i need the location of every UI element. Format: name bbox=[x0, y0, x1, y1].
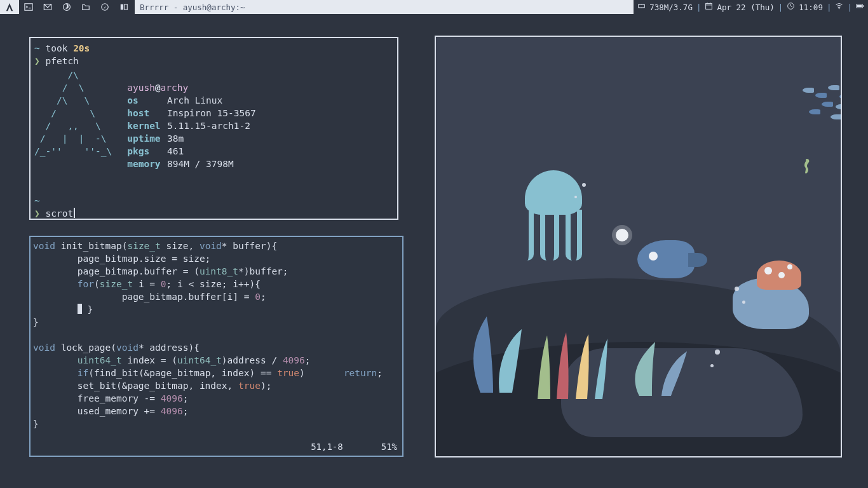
pfetch-key-kernel: kernel bbox=[127, 119, 161, 132]
prompt-caret-icon: ❯ bbox=[34, 56, 40, 66]
pfetch-output: /\ / \ /\ \ / \ / ,, \ / | | -\ /_-'' ''… bbox=[34, 69, 393, 183]
terminal-launcher-icon[interactable] bbox=[19, 0, 38, 14]
memory-text: 738M/3.7G bbox=[649, 3, 693, 12]
coral-icon bbox=[627, 339, 690, 396]
pfetch-val-pkgs: 461 bbox=[167, 146, 184, 156]
svg-point-9 bbox=[839, 8, 840, 10]
pfetch-key-host: host bbox=[127, 107, 161, 119]
pfetch-val-memory: 894M / 3798M bbox=[167, 159, 234, 169]
editor-cursor-icon bbox=[78, 304, 82, 314]
arch-logo-icon[interactable] bbox=[0, 0, 19, 14]
pfetch-key-memory: memory bbox=[127, 158, 161, 170]
pfetch-ascii-logo: /\ / \ /\ \ / \ / ,, \ / | | -\ /_-'' ''… bbox=[34, 69, 112, 183]
text-cursor-icon bbox=[74, 208, 75, 218]
editor-status-line: 51,1-8 51% bbox=[36, 440, 397, 453]
svg-rect-11 bbox=[857, 5, 862, 7]
date-widget[interactable]: Apr 22 (Thu) bbox=[705, 2, 774, 12]
pfetch-user: ayush bbox=[127, 83, 155, 93]
pfetch-val-uptime: 38m bbox=[167, 133, 184, 144]
pfetch-key-uptime: uptime bbox=[127, 132, 161, 145]
pfetch-key-pkgs: pkgs bbox=[127, 145, 161, 158]
seahorse-icon bbox=[803, 158, 811, 179]
battery-icon bbox=[856, 2, 864, 12]
mail-launcher-icon[interactable] bbox=[38, 0, 57, 14]
workspace-indicator-icon[interactable] bbox=[114, 0, 133, 14]
editor-cursor-position: 51,1-8 bbox=[311, 440, 343, 453]
battery-widget[interactable] bbox=[856, 2, 864, 12]
bar-right: 738M/3.7G | Apr 22 (Thu) | 11:09 | | bbox=[634, 2, 868, 12]
coral-icon bbox=[531, 329, 620, 399]
code-editor-window[interactable]: void init_bitmap(size_t size, void* buff… bbox=[29, 236, 403, 457]
command-pfetch: pfetch bbox=[45, 56, 78, 66]
editor-scroll-percent: 51% bbox=[381, 440, 397, 453]
prompt-path-2: ~ bbox=[34, 194, 393, 207]
clock-icon bbox=[787, 2, 795, 12]
command-line-2: ❯ scrot bbox=[34, 207, 393, 220]
prompt-caret-icon: ❯ bbox=[34, 208, 40, 219]
bar-separator: | bbox=[843, 3, 856, 12]
compass-launcher-icon[interactable] bbox=[95, 0, 114, 14]
coral-icon bbox=[461, 297, 538, 393]
window-title-text: Brrrrr - ayush@archy:~ bbox=[140, 3, 245, 12]
anglerfish-icon bbox=[637, 240, 695, 278]
firefox-launcher-icon[interactable] bbox=[57, 0, 76, 14]
command-line-1: ❯ pfetch bbox=[34, 55, 393, 67]
files-launcher-icon[interactable] bbox=[76, 0, 95, 14]
svg-rect-6 bbox=[639, 4, 645, 8]
pfetch-val-os: Arch Linux bbox=[167, 95, 222, 105]
window-title: Brrrrr - ayush@archy:~ bbox=[135, 0, 634, 14]
bar-left bbox=[0, 0, 133, 14]
code-body: void init_bitmap(size_t size, void* buff… bbox=[33, 240, 400, 430]
svg-rect-7 bbox=[706, 3, 712, 9]
calendar-icon bbox=[705, 2, 713, 12]
svg-rect-0 bbox=[25, 4, 32, 11]
prompt-path: ~ bbox=[34, 43, 40, 53]
svg-rect-4 bbox=[121, 4, 123, 10]
pfetch-val-host: Inspiron 15-3567 bbox=[167, 108, 256, 118]
terminal-pfetch-window[interactable]: ~ took 20s ❯ pfetch /\ / \ /\ \ / \ / ,,… bbox=[29, 37, 398, 220]
wifi-widget[interactable] bbox=[835, 2, 843, 12]
command-scrot: scrot bbox=[45, 208, 73, 219]
pfetch-info: ayush@archy os Arch Linux host Inspiron … bbox=[127, 69, 255, 183]
pfetch-val-kernel: 5.11.15-arch1-2 bbox=[167, 121, 250, 131]
bar-separator: | bbox=[693, 3, 705, 12]
jellyfish-icon bbox=[525, 170, 582, 215]
time-text: 11:09 bbox=[799, 3, 823, 12]
pfetch-at: @ bbox=[155, 83, 161, 93]
date-text: Apr 22 (Thu) bbox=[717, 3, 774, 12]
took-time: 20s bbox=[73, 43, 90, 53]
memory-icon bbox=[637, 2, 646, 12]
took-label: took bbox=[45, 43, 67, 53]
pfetch-key-os: os bbox=[127, 94, 161, 107]
bar-separator: | bbox=[775, 3, 787, 12]
rock-mushroom-icon bbox=[733, 278, 809, 329]
image-viewer-window[interactable] bbox=[435, 36, 842, 458]
svg-rect-12 bbox=[863, 5, 864, 7]
pfetch-host: archy bbox=[161, 83, 189, 93]
bar-separator: | bbox=[823, 3, 836, 12]
svg-rect-5 bbox=[125, 4, 127, 10]
prompt-line: ~ took 20s bbox=[34, 42, 393, 55]
wifi-icon bbox=[835, 2, 843, 12]
underwater-scene-image bbox=[436, 37, 841, 456]
memory-widget[interactable]: 738M/3.7G bbox=[637, 2, 693, 12]
status-bar: Brrrrr - ayush@archy:~ 738M/3.7G | Apr 2… bbox=[0, 0, 868, 14]
clock-widget[interactable]: 11:09 bbox=[787, 2, 823, 12]
